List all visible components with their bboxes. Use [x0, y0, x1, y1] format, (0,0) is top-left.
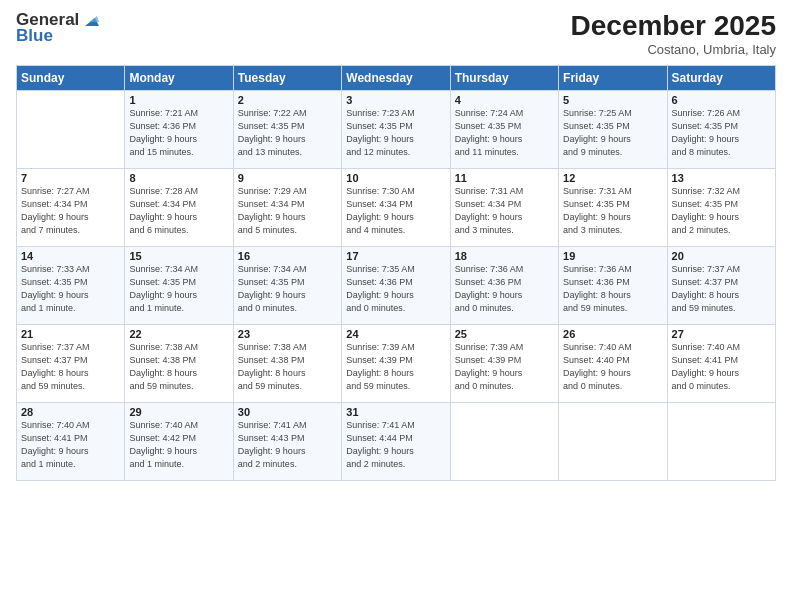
day-cell: 8Sunrise: 7:28 AM Sunset: 4:34 PM Daylig…	[125, 169, 233, 247]
day-cell	[450, 403, 558, 481]
day-info: Sunrise: 7:34 AM Sunset: 4:35 PM Dayligh…	[129, 263, 228, 315]
svg-marker-1	[89, 16, 99, 22]
day-info: Sunrise: 7:24 AM Sunset: 4:35 PM Dayligh…	[455, 107, 554, 159]
day-number: 31	[346, 406, 445, 418]
day-number: 27	[672, 328, 771, 340]
day-cell	[559, 403, 667, 481]
day-cell	[17, 91, 125, 169]
day-info: Sunrise: 7:21 AM Sunset: 4:36 PM Dayligh…	[129, 107, 228, 159]
day-info: Sunrise: 7:27 AM Sunset: 4:34 PM Dayligh…	[21, 185, 120, 237]
header-cell-friday: Friday	[559, 66, 667, 91]
day-number: 23	[238, 328, 337, 340]
day-cell: 2Sunrise: 7:22 AM Sunset: 4:35 PM Daylig…	[233, 91, 341, 169]
day-info: Sunrise: 7:25 AM Sunset: 4:35 PM Dayligh…	[563, 107, 662, 159]
day-cell: 23Sunrise: 7:38 AM Sunset: 4:38 PM Dayli…	[233, 325, 341, 403]
location-text: Costano, Umbria, Italy	[571, 42, 776, 57]
day-info: Sunrise: 7:31 AM Sunset: 4:35 PM Dayligh…	[563, 185, 662, 237]
day-cell: 22Sunrise: 7:38 AM Sunset: 4:38 PM Dayli…	[125, 325, 233, 403]
day-info: Sunrise: 7:39 AM Sunset: 4:39 PM Dayligh…	[455, 341, 554, 393]
day-cell: 27Sunrise: 7:40 AM Sunset: 4:41 PM Dayli…	[667, 325, 775, 403]
week-row-1: 1Sunrise: 7:21 AM Sunset: 4:36 PM Daylig…	[17, 91, 776, 169]
day-cell: 10Sunrise: 7:30 AM Sunset: 4:34 PM Dayli…	[342, 169, 450, 247]
day-number: 6	[672, 94, 771, 106]
week-row-2: 7Sunrise: 7:27 AM Sunset: 4:34 PM Daylig…	[17, 169, 776, 247]
logo: General Blue	[16, 10, 99, 46]
day-cell: 11Sunrise: 7:31 AM Sunset: 4:34 PM Dayli…	[450, 169, 558, 247]
day-number: 2	[238, 94, 337, 106]
week-row-4: 21Sunrise: 7:37 AM Sunset: 4:37 PM Dayli…	[17, 325, 776, 403]
day-cell: 24Sunrise: 7:39 AM Sunset: 4:39 PM Dayli…	[342, 325, 450, 403]
day-number: 10	[346, 172, 445, 184]
day-info: Sunrise: 7:38 AM Sunset: 4:38 PM Dayligh…	[238, 341, 337, 393]
day-cell: 13Sunrise: 7:32 AM Sunset: 4:35 PM Dayli…	[667, 169, 775, 247]
day-number: 9	[238, 172, 337, 184]
header-row: SundayMondayTuesdayWednesdayThursdayFrid…	[17, 66, 776, 91]
page-container: General Blue December 2025 Costano, Umbr…	[0, 0, 792, 491]
day-number: 25	[455, 328, 554, 340]
day-info: Sunrise: 7:22 AM Sunset: 4:35 PM Dayligh…	[238, 107, 337, 159]
day-info: Sunrise: 7:40 AM Sunset: 4:42 PM Dayligh…	[129, 419, 228, 471]
day-info: Sunrise: 7:41 AM Sunset: 4:43 PM Dayligh…	[238, 419, 337, 471]
week-row-5: 28Sunrise: 7:40 AM Sunset: 4:41 PM Dayli…	[17, 403, 776, 481]
header-cell-tuesday: Tuesday	[233, 66, 341, 91]
day-number: 17	[346, 250, 445, 262]
day-info: Sunrise: 7:29 AM Sunset: 4:34 PM Dayligh…	[238, 185, 337, 237]
day-number: 14	[21, 250, 120, 262]
day-cell: 4Sunrise: 7:24 AM Sunset: 4:35 PM Daylig…	[450, 91, 558, 169]
day-number: 4	[455, 94, 554, 106]
day-cell: 29Sunrise: 7:40 AM Sunset: 4:42 PM Dayli…	[125, 403, 233, 481]
day-cell: 15Sunrise: 7:34 AM Sunset: 4:35 PM Dayli…	[125, 247, 233, 325]
day-info: Sunrise: 7:31 AM Sunset: 4:34 PM Dayligh…	[455, 185, 554, 237]
day-info: Sunrise: 7:40 AM Sunset: 4:41 PM Dayligh…	[21, 419, 120, 471]
day-cell: 21Sunrise: 7:37 AM Sunset: 4:37 PM Dayli…	[17, 325, 125, 403]
day-number: 26	[563, 328, 662, 340]
day-info: Sunrise: 7:40 AM Sunset: 4:40 PM Dayligh…	[563, 341, 662, 393]
day-cell: 6Sunrise: 7:26 AM Sunset: 4:35 PM Daylig…	[667, 91, 775, 169]
day-info: Sunrise: 7:39 AM Sunset: 4:39 PM Dayligh…	[346, 341, 445, 393]
day-number: 3	[346, 94, 445, 106]
day-cell: 3Sunrise: 7:23 AM Sunset: 4:35 PM Daylig…	[342, 91, 450, 169]
day-info: Sunrise: 7:37 AM Sunset: 4:37 PM Dayligh…	[672, 263, 771, 315]
header-cell-saturday: Saturday	[667, 66, 775, 91]
day-info: Sunrise: 7:36 AM Sunset: 4:36 PM Dayligh…	[563, 263, 662, 315]
day-info: Sunrise: 7:32 AM Sunset: 4:35 PM Dayligh…	[672, 185, 771, 237]
day-number: 21	[21, 328, 120, 340]
day-number: 20	[672, 250, 771, 262]
day-number: 16	[238, 250, 337, 262]
day-cell: 12Sunrise: 7:31 AM Sunset: 4:35 PM Dayli…	[559, 169, 667, 247]
day-cell: 1Sunrise: 7:21 AM Sunset: 4:36 PM Daylig…	[125, 91, 233, 169]
logo-icon	[81, 10, 99, 28]
day-cell: 28Sunrise: 7:40 AM Sunset: 4:41 PM Dayli…	[17, 403, 125, 481]
day-cell: 31Sunrise: 7:41 AM Sunset: 4:44 PM Dayli…	[342, 403, 450, 481]
day-cell: 30Sunrise: 7:41 AM Sunset: 4:43 PM Dayli…	[233, 403, 341, 481]
day-cell: 18Sunrise: 7:36 AM Sunset: 4:36 PM Dayli…	[450, 247, 558, 325]
header-cell-thursday: Thursday	[450, 66, 558, 91]
header-cell-sunday: Sunday	[17, 66, 125, 91]
day-cell	[667, 403, 775, 481]
day-number: 15	[129, 250, 228, 262]
day-info: Sunrise: 7:34 AM Sunset: 4:35 PM Dayligh…	[238, 263, 337, 315]
day-info: Sunrise: 7:40 AM Sunset: 4:41 PM Dayligh…	[672, 341, 771, 393]
day-number: 13	[672, 172, 771, 184]
header-cell-wednesday: Wednesday	[342, 66, 450, 91]
day-info: Sunrise: 7:37 AM Sunset: 4:37 PM Dayligh…	[21, 341, 120, 393]
day-number: 7	[21, 172, 120, 184]
day-cell: 19Sunrise: 7:36 AM Sunset: 4:36 PM Dayli…	[559, 247, 667, 325]
calendar-table: SundayMondayTuesdayWednesdayThursdayFrid…	[16, 65, 776, 481]
title-section: December 2025 Costano, Umbria, Italy	[571, 10, 776, 57]
day-info: Sunrise: 7:26 AM Sunset: 4:35 PM Dayligh…	[672, 107, 771, 159]
day-info: Sunrise: 7:30 AM Sunset: 4:34 PM Dayligh…	[346, 185, 445, 237]
day-cell: 7Sunrise: 7:27 AM Sunset: 4:34 PM Daylig…	[17, 169, 125, 247]
day-cell: 25Sunrise: 7:39 AM Sunset: 4:39 PM Dayli…	[450, 325, 558, 403]
page-header: General Blue December 2025 Costano, Umbr…	[16, 10, 776, 57]
day-cell: 17Sunrise: 7:35 AM Sunset: 4:36 PM Dayli…	[342, 247, 450, 325]
day-cell: 26Sunrise: 7:40 AM Sunset: 4:40 PM Dayli…	[559, 325, 667, 403]
day-number: 5	[563, 94, 662, 106]
day-info: Sunrise: 7:41 AM Sunset: 4:44 PM Dayligh…	[346, 419, 445, 471]
header-cell-monday: Monday	[125, 66, 233, 91]
day-info: Sunrise: 7:28 AM Sunset: 4:34 PM Dayligh…	[129, 185, 228, 237]
day-info: Sunrise: 7:35 AM Sunset: 4:36 PM Dayligh…	[346, 263, 445, 315]
day-number: 8	[129, 172, 228, 184]
day-number: 11	[455, 172, 554, 184]
day-info: Sunrise: 7:33 AM Sunset: 4:35 PM Dayligh…	[21, 263, 120, 315]
